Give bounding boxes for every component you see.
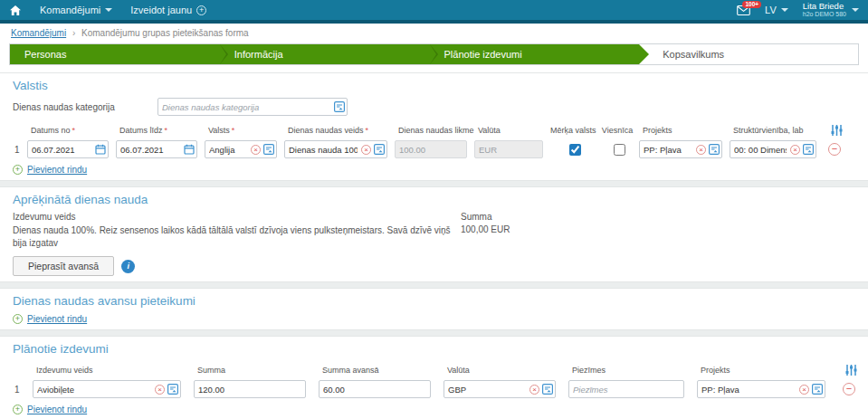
col-header-likme: Dienas naudas likme [395,123,474,138]
section-avansi: Dienas naudas avansu pieteikumi + Pievie… [0,288,868,330]
pieprasit-avansa-button[interactable]: Pieprasīt avansā [13,256,114,276]
likme-field [395,140,467,158]
calendar-icon[interactable] [184,144,195,155]
step-informacija-label: Informācija [234,49,283,60]
section-aprekinata: Aprēķinātā dienas nauda Izdevumu veids D… [0,186,868,282]
clear-icon[interactable]: × [696,145,706,155]
add-row-avansi[interactable]: + Pievienot rindu [13,314,855,324]
add-row-link[interactable]: Pievienot rindu [27,405,87,414]
summa-value: 100,00 EUR [461,224,510,234]
column-filter-icon[interactable] [830,124,844,137]
wizard-step-bar: Personas Informācija Plānotie izdevumi K… [9,43,859,65]
kategorija-field [157,98,348,116]
clear-icon[interactable]: × [790,145,800,155]
row-number: 1 [13,385,27,395]
clear-icon[interactable]: × [361,145,371,155]
lookup-icon[interactable] [374,144,385,155]
lookup-icon[interactable] [167,384,178,395]
user-name: Lita Briede [803,2,844,11]
clear-icon[interactable]: × [799,385,809,395]
remove-row-icon[interactable]: − [828,143,841,156]
user-organization: h2o DEMO 580 [803,11,846,18]
kategorija-label: Dienas naudas kategorija [13,102,157,112]
col-header-piezimes: Piezīmes [568,363,692,378]
section-title-aprekinata: Aprēķinātā dienas nauda [13,193,855,206]
column-settings-cell [838,361,860,380]
add-row-izdevumi[interactable]: + Pievienot rindu [13,405,855,414]
section-title-izdevumi: Plānotie izdevumi [13,342,855,356]
section-title-valstis: Valstis [13,79,855,92]
plus-circle-icon: + [13,405,23,414]
chevron-down-icon [781,8,788,12]
lookup-icon[interactable] [812,384,823,395]
valuta-field [474,140,543,158]
summa-field [194,380,306,398]
step-personas[interactable]: Personas [10,44,220,64]
likme-input [395,140,467,158]
summa-avansa-field [319,380,431,398]
merka-valsts-checkbox[interactable] [569,144,581,156]
breadcrumb: Komandējumi › Komandējumu grupas pieteik… [0,24,868,41]
step-kopsavilkums[interactable]: Kopsavilkums [639,44,858,64]
chevron-down-icon [852,8,859,12]
col-header-valsts: Valsts* [205,123,284,138]
language-selector[interactable]: LV [765,5,788,15]
top-navigation-bar: Komandējumi Izveidot jaunu + 100+ LV Lit… [0,0,868,20]
piezimes-input[interactable] [568,380,684,398]
step-kopsavilkums-label: Kopsavilkums [663,49,724,60]
messages-button[interactable]: 100+ [737,5,750,15]
lookup-icon[interactable] [334,101,345,112]
lookup-icon[interactable] [803,144,814,155]
plus-circle-icon: + [196,5,206,15]
page-content: Valstis Dienas naudas kategorija Datums … [0,72,868,419]
clear-icon[interactable]: × [529,385,539,395]
step-planotie-izdevumi[interactable]: Plānotie izdevumi [430,44,640,64]
col-header-valuta: Valūta [474,123,550,138]
col-header-datums-lidz: Datums līdz* [116,123,205,138]
lookup-icon[interactable] [542,384,553,395]
breadcrumb-current: Komandējumu grupas pieteikšanas forma [81,28,249,38]
add-row-link[interactable]: Pievienot rindu [27,314,87,324]
clear-icon[interactable]: × [155,385,165,395]
column-settings-cell [824,121,845,140]
col-header-projekts: Projekts [697,363,833,378]
section-title-avansi: Dienas naudas avansu pieteikumi [13,294,855,308]
col-header-projekts: Projekts [639,123,730,138]
add-row-link[interactable]: Pievienot rindu [27,165,87,175]
izdevumi-table-row: 1 × × [13,380,855,398]
breadcrumb-link-komandejumi[interactable]: Komandējumi [11,28,66,38]
viesnica-checkbox[interactable] [614,144,625,156]
calendar-icon[interactable] [95,144,106,155]
step-informacija[interactable]: Informācija [220,44,430,64]
kategorija-input[interactable] [157,98,348,116]
info-icon[interactable]: i [121,260,135,273]
piezimes-field [568,380,684,398]
col-header-valuta: Valūta [444,363,563,378]
user-menu[interactable]: Lita Briede h2o DEMO 580 [803,2,859,18]
clear-icon[interactable]: × [251,145,261,155]
lookup-icon[interactable] [709,144,720,155]
nav-izveidot-jaunu-label: Izveidot jaunu [130,5,192,15]
language-label: LV [765,5,777,15]
izdevumi-table-header: Izdevumu veids Summa Summa avansā Valūta… [13,361,855,380]
step-planotie-izdevumi-label: Plānotie izdevumi [444,49,522,60]
izdevumu-veids-field: × [33,380,181,398]
nav-komandejumi[interactable]: Komandējumi [40,5,112,15]
projekts-field: × [697,380,825,398]
add-row-valstis[interactable]: + Pievienot rindu [13,165,855,175]
remove-row-icon[interactable]: − [843,383,855,395]
dienas-nauda-description: Dienas nauda 100%. Reiz sensenos laikos … [13,224,461,249]
nav-izveidot-jaunu[interactable]: Izveidot jaunu + [130,5,206,15]
valstis-table-row: 1 × [13,140,855,158]
col-header-viesnica: Viesnīca [599,123,639,138]
plus-circle-icon: + [13,314,23,324]
section-valstis: Valstis Dienas naudas kategorija Datums … [0,72,868,181]
column-filter-icon[interactable] [844,364,858,376]
valsts-field: × [205,140,277,158]
messages-badge: 100+ [742,1,761,8]
lookup-icon[interactable] [263,144,274,155]
home-icon[interactable] [9,5,22,16]
row-number: 1 [13,145,27,155]
summa-avansa-input[interactable] [319,380,431,398]
summa-input[interactable] [194,380,306,398]
